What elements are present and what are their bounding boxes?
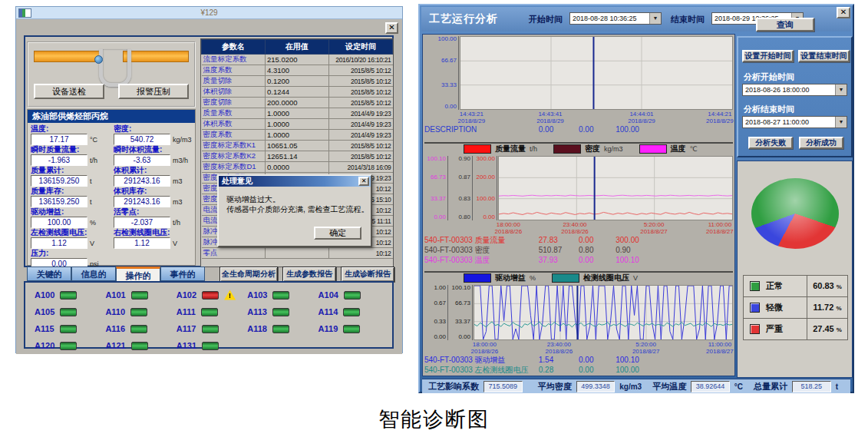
chart-plot-area[interactable] bbox=[498, 156, 733, 220]
chart-plot-area[interactable] bbox=[474, 285, 733, 340]
status-swatch-icon bbox=[750, 324, 760, 334]
alarm-item-A115[interactable]: A115 bbox=[35, 323, 105, 334]
tab-信息的[interactable]: 信息的 bbox=[71, 267, 116, 281]
x-tick-label: 14:44:212018/8/29 bbox=[706, 111, 734, 124]
chevron-down-icon[interactable]: ▼ bbox=[835, 84, 847, 95]
x-tick-date: 2018/8/29 bbox=[706, 118, 734, 124]
legend-swatch bbox=[464, 144, 491, 154]
measurement-field: 体积库存:291243.16m3 bbox=[114, 187, 192, 207]
left-window-close-button[interactable]: ✕ bbox=[385, 22, 398, 34]
chevron-down-icon[interactable]: ▼ bbox=[649, 13, 661, 24]
analysis-end-select[interactable]: 2018-08-27 11:00:00 ▼ bbox=[742, 116, 847, 128]
analysis-start-select[interactable]: 2018-08-26 18:00:00 ▼ bbox=[742, 84, 847, 96]
analysis-end-label: 分析结束时间 bbox=[744, 104, 794, 115]
status-label: 轻微 bbox=[766, 302, 807, 313]
table-row[interactable]: 体积系数1.00002014/4/9 19:23 bbox=[202, 119, 393, 130]
field-box: -2.037t/h bbox=[114, 217, 192, 228]
param-time-cell: 2014/4/9 19:23 bbox=[329, 130, 393, 141]
set-end-time-button[interactable]: 设置结束时间 bbox=[798, 50, 850, 62]
report-button-1[interactable]: 生成参数报告 bbox=[282, 267, 336, 282]
alarm-item-A111[interactable]: A111 bbox=[177, 306, 247, 317]
table-row[interactable]: 密度标定系数K212651.142015/8/5 10:12 bbox=[202, 151, 393, 162]
field-unit: V bbox=[90, 240, 94, 247]
alarm-led-ok bbox=[131, 291, 148, 300]
alarm-item-A100[interactable]: A100 bbox=[35, 290, 105, 300]
alarm-item-A117[interactable]: A117 bbox=[177, 323, 247, 334]
start-time-select[interactable]: 2018-08-28 10:36:25 ▼ bbox=[569, 12, 662, 25]
query-button[interactable]: 查询 bbox=[756, 18, 814, 31]
dialog-close-button[interactable]: ✕ bbox=[358, 177, 369, 186]
param-time-cell: 2015/8/5 10:12 bbox=[329, 141, 393, 151]
summary-unit: t bbox=[836, 382, 838, 391]
report-button-0[interactable]: 全生命周期分析 bbox=[219, 267, 278, 282]
analysis-window-close-button[interactable]: ✕ bbox=[837, 7, 850, 18]
analysis-start-value: 2018-08-26 18:00:00 bbox=[743, 84, 835, 95]
alarm-item-A104[interactable]: A104 bbox=[318, 290, 389, 300]
field-value: 291243.16 bbox=[114, 196, 170, 207]
alarm-label: A120 bbox=[35, 341, 54, 350]
alarm-item-A131[interactable]: A131 bbox=[177, 340, 247, 351]
device-inspection-button[interactable]: 设备送检 bbox=[34, 84, 104, 99]
table-row[interactable]: 密度标定系数K110651.052015/8/5 10:12 bbox=[202, 141, 393, 151]
stat-value: 0.00 bbox=[579, 365, 616, 375]
alarm-item-A119[interactable]: A119 bbox=[318, 323, 389, 334]
field-box: -1.963t/h bbox=[31, 154, 109, 166]
table-row[interactable]: 密度标定系数D10.00002014/3/18 16:09 bbox=[202, 162, 393, 173]
dialog-ok-button[interactable]: 确定 bbox=[314, 227, 361, 240]
alarm-led-ok bbox=[131, 342, 148, 350]
legend-label: 驱动增益 bbox=[495, 273, 526, 283]
table-row[interactable]: 体积切除0.12442015/8/5 10:12 bbox=[202, 87, 393, 98]
measurement-field: 右检测线圈电压:1.12V bbox=[114, 228, 192, 249]
alarm-item-A101[interactable]: A101 bbox=[105, 290, 176, 300]
chart-plot-area[interactable] bbox=[460, 36, 733, 110]
field-label: 体积累计: bbox=[114, 166, 192, 175]
set-start-time-button[interactable]: 设置开始时间 bbox=[742, 50, 794, 62]
chart-main: 100.1066.7333.370.000.900.870.830.80300.… bbox=[424, 156, 733, 220]
tab-关键的[interactable]: 关键的 bbox=[27, 267, 71, 281]
alarm-item-A110[interactable]: A110 bbox=[105, 306, 176, 317]
table-row[interactable]: 密度系数1.00002014/4/9 19:23 bbox=[202, 130, 393, 141]
table-row[interactable]: 质量切除0.12002015/8/5 10:12 bbox=[202, 76, 393, 87]
alarm-label: A121 bbox=[105, 341, 125, 350]
x-tick-date: 2018/8/27 bbox=[640, 228, 668, 235]
analysis-end-value: 2018-08-27 11:00:00 bbox=[743, 117, 835, 127]
alarm-suppress-button[interactable]: 报警压制 bbox=[118, 84, 189, 99]
alarm-item-A120[interactable]: A120 bbox=[35, 340, 105, 351]
status-pie-chart bbox=[751, 178, 839, 249]
alarm-item-A116[interactable]: A116 bbox=[105, 323, 176, 334]
flowmeter-graphic-panel: 设备送检 报警压制 bbox=[27, 41, 196, 108]
table-row[interactable]: 质量系数1.00002014/4/9 19:23 bbox=[202, 108, 393, 119]
param-time-cell: 2014/4/9 19:23 bbox=[329, 108, 393, 119]
alarm-item-A103[interactable]: A103 bbox=[247, 290, 318, 300]
alarm-item-A105[interactable]: A105 bbox=[35, 306, 105, 317]
report-button-2[interactable]: 生成诊断报告 bbox=[341, 267, 394, 282]
x-tick-date: 2018/8/29 bbox=[628, 118, 655, 124]
x-tick-date: 2018/8/27 bbox=[706, 348, 734, 355]
alarm-item-A118[interactable]: A118 bbox=[247, 323, 318, 334]
analysis-sidebar: 设置开始时间 设置结束时间 分析开始时间 2018-08-26 18:00:00… bbox=[737, 36, 853, 157]
table-row[interactable]: 温度系数4.31002015/8/5 10:12 bbox=[202, 65, 393, 76]
field-value: 100.00 bbox=[31, 217, 87, 228]
start-time-label: 开始时间 bbox=[529, 14, 563, 25]
table-row[interactable]: 零点10:12 bbox=[202, 248, 393, 259]
legend-label: 质量流量 bbox=[495, 144, 526, 154]
alarm-led-ok bbox=[60, 308, 77, 316]
x-axis-labels: 18:00:002018/8/2623:40:002018/8/265:20:0… bbox=[496, 220, 733, 235]
alarm-item-A121[interactable]: A121 bbox=[105, 340, 176, 351]
alarm-item-A113[interactable]: A113 bbox=[247, 306, 318, 317]
alarm-item-A102[interactable]: A102 bbox=[177, 290, 247, 300]
alarm-led-ok bbox=[344, 291, 361, 300]
alarm-led-ok bbox=[343, 308, 360, 316]
analysis-fail-button[interactable]: 分析失败 bbox=[748, 137, 793, 149]
field-unit: V bbox=[173, 240, 177, 247]
alarm-item-A114[interactable]: A114 bbox=[318, 306, 389, 317]
x-tick-date: 2018/8/26 bbox=[495, 228, 523, 235]
table-row[interactable]: 流量标定系数215.02002016/10/20 16:10:21 bbox=[202, 55, 393, 65]
tab-事件的[interactable]: 事件的 bbox=[160, 267, 205, 281]
chevron-down-icon[interactable]: ▼ bbox=[835, 117, 847, 127]
message-dialog: 处理意见 ✕ 驱动增益过大。 传感器中介质部分充满, 需检查工艺流程。 确定 bbox=[217, 174, 372, 247]
table-row[interactable]: 密度切除200.00002015/8/5 10:12 bbox=[202, 98, 393, 108]
tab-操作的[interactable]: 操作的 bbox=[116, 267, 160, 283]
analysis-success-button[interactable]: 分析成功 bbox=[799, 137, 843, 149]
param-time-cell: 2015/8/5 10:12 bbox=[329, 65, 393, 76]
